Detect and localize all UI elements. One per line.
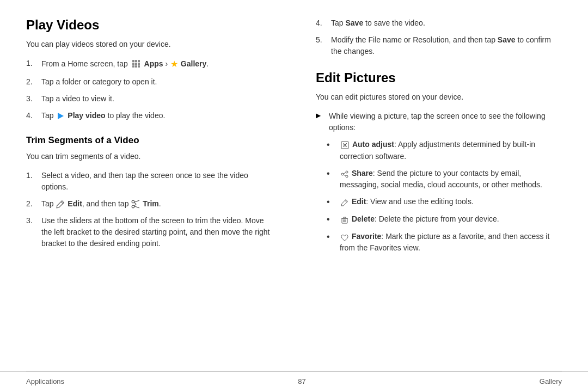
trim-label: Trim: [143, 199, 159, 208]
play-video-label: Play video: [68, 111, 105, 120]
edit-pictures-intro: You can edit pictures stored on your dev…: [316, 91, 562, 103]
bullet-delete: • Delete: Delete th: [327, 213, 562, 225]
play-videos-steps: 1. From a Home screen, tap: [26, 58, 272, 121]
svg-line-16: [134, 204, 136, 206]
edit-icon: [56, 200, 65, 209]
trim-step-3-number: 3.: [26, 215, 37, 249]
bullet-list: • Auto adjust: Apply adjustments determi…: [327, 139, 562, 254]
bullet-favorite: • Favorite: Mark the picture as a favori…: [327, 231, 562, 254]
page-container: Play Videos You can play videos stored o…: [0, 0, 588, 392]
svg-line-14: [134, 206, 139, 208]
share-label: Share: [352, 169, 373, 177]
trim-step-2: 2. Tap Edit, and then tap: [26, 198, 272, 210]
star-icon: ★: [170, 58, 178, 71]
bullet-dot-4: •: [327, 213, 335, 225]
edit-pictures-label: Edit: [352, 197, 366, 206]
svg-rect-4: [135, 63, 137, 65]
save-step-4: 4. Tap Save to save the video.: [316, 17, 562, 29]
edit-pictures-title: Edit Pictures: [316, 70, 562, 86]
save-label-5: Save: [498, 35, 516, 44]
play-videos-intro: You can play videos stored on your devic…: [26, 39, 272, 50]
share-icon: [341, 168, 348, 179]
content-area: Play Videos You can play videos stored o…: [0, 0, 588, 371]
trim-step-2-number: 2.: [26, 198, 37, 210]
heart-icon: [341, 232, 348, 243]
svg-rect-1: [135, 60, 137, 62]
share-content: Share: Send the picture to your contacts…: [340, 168, 562, 191]
footer-right: Gallery: [540, 377, 562, 385]
svg-marker-9: [58, 113, 64, 119]
edit-label: Edit: [68, 199, 82, 208]
delete-content: Delete: Delete the picture from your dev…: [340, 213, 562, 225]
bullet-dot-2: •: [327, 168, 335, 191]
svg-rect-7: [135, 65, 137, 68]
svg-line-10: [62, 202, 63, 204]
delete-label: Delete: [352, 215, 375, 223]
step-1-number: 1.: [26, 58, 37, 71]
gallery-label: Gallery: [181, 59, 206, 68]
step-2: 2. Tap a folder or category to open it.: [26, 76, 272, 88]
triangle-item: ▶ While viewing a picture, tap the scree…: [316, 111, 562, 133]
step-1: 1. From a Home screen, tap: [26, 58, 272, 71]
save-label-4: Save: [345, 19, 363, 27]
svg-rect-3: [132, 63, 134, 65]
bullet-dot-3: •: [327, 196, 335, 208]
trim-steps: 1. Select a video, and then tap the scre…: [26, 170, 272, 249]
step-4-content: Tap Play video to play the video.: [41, 110, 272, 121]
svg-line-13: [134, 200, 139, 202]
apps-icon: [131, 59, 141, 69]
step-3-content: Tap a video to view it.: [41, 93, 272, 105]
save-step-5-content: Modify the File name or Resolution, and …: [331, 34, 562, 57]
footer: Applications 87 Gallery: [0, 371, 588, 392]
trim-segments-title: Trim Segments of a Video: [26, 134, 272, 146]
edit-content: Edit: View and use the editing tools.: [340, 196, 562, 208]
save-step-4-content: Tap Save to save the video.: [331, 17, 562, 29]
footer-left: Applications: [26, 377, 64, 385]
svg-rect-6: [132, 65, 134, 68]
pencil-icon: [341, 197, 348, 207]
save-step-4-number: 4.: [316, 17, 327, 29]
svg-rect-2: [138, 60, 140, 62]
step-2-number: 2.: [26, 76, 37, 88]
svg-rect-8: [138, 65, 140, 68]
auto-adjust-icon: [341, 139, 349, 151]
bullet-share: • Share: Send the picture to your co: [327, 168, 562, 191]
trim-step-3-content: Use the sliders at the bottom of the scr…: [41, 215, 272, 249]
trim-step-3: 3. Use the sliders at the bottom of the …: [26, 215, 272, 249]
trim-step-1-content: Select a video, and then tap the screen …: [41, 170, 272, 193]
save-step-5-number: 5.: [316, 34, 327, 57]
trim-step-2-content: Tap Edit, and then tap: [41, 198, 272, 210]
save-step-5: 5. Modify the File name or Resolution, a…: [316, 34, 562, 57]
play-videos-title: Play Videos: [26, 17, 272, 33]
trim-icon: [131, 200, 140, 209]
auto-adjust-content: Auto adjust: Apply adjustments determine…: [340, 139, 562, 162]
svg-line-24: [344, 173, 346, 174]
footer-center: 87: [298, 377, 305, 385]
trim-step-1: 1. Select a video, and then tap the scre…: [26, 170, 272, 193]
auto-adjust-label: Auto adjust: [352, 140, 394, 149]
svg-point-22: [341, 173, 344, 175]
triangle-content: While viewing a picture, tap the screen …: [329, 111, 562, 133]
bullet-dot-5: •: [327, 231, 335, 254]
bullet-auto-adjust: • Auto adjust: Apply adjustments determi…: [327, 139, 562, 162]
svg-rect-0: [132, 60, 134, 62]
bullet-edit: • Edit: View and use the editing tools.: [327, 196, 562, 208]
svg-point-21: [346, 171, 348, 173]
step-3: 3. Tap a video to view it.: [26, 93, 272, 105]
bullet-dot-1: •: [327, 139, 335, 162]
play-icon: [56, 112, 65, 120]
left-column: Play Videos You can play videos stored o…: [26, 17, 283, 362]
save-steps: 4. Tap Save to save the video. 5. Modify…: [316, 17, 562, 57]
right-column: 4. Tap Save to save the video. 5. Modify…: [305, 17, 562, 362]
step-1-content: From a Home screen, tap: [41, 58, 272, 71]
svg-line-15: [134, 203, 136, 204]
svg-rect-5: [138, 63, 140, 65]
step-2-content: Tap a folder or category to open it.: [41, 76, 272, 88]
svg-line-25: [344, 175, 346, 176]
trash-icon: [341, 215, 348, 225]
trim-segments-intro: You can trim segments of a video.: [26, 151, 272, 162]
trim-step-1-number: 1.: [26, 170, 37, 193]
favorite-label: Favorite: [352, 232, 381, 241]
svg-point-23: [346, 175, 348, 177]
apps-label: Apps: [144, 59, 163, 68]
